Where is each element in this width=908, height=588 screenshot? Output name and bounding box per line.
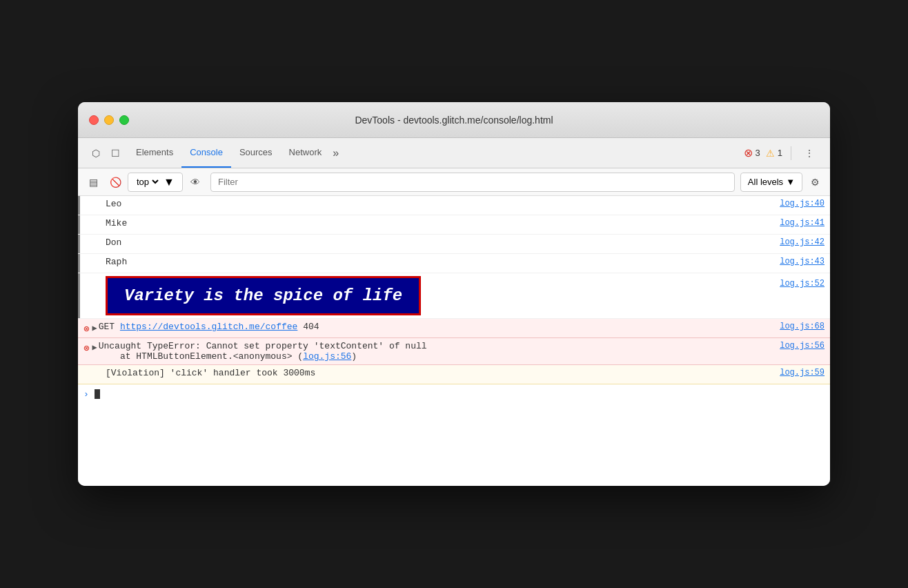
prompt-arrow-icon: › <box>83 389 89 400</box>
log-levels-button[interactable]: All levels ▼ <box>740 173 802 192</box>
error-source-get[interactable]: log.js:68 <box>780 322 825 331</box>
log-row-violation: [Violation] 'click' handler took 3000ms … <box>78 365 830 384</box>
tab-network-label: Network <box>289 147 322 157</box>
maximize-button[interactable] <box>119 115 129 125</box>
console-toolbar: ▤ 🚫 top ▼ 👁 All levels ▼ ⚙ <box>78 168 830 196</box>
prompt-row: › <box>78 384 830 404</box>
log-text-leo: Leo <box>106 199 774 209</box>
log-row-don: Don log.js:42 <box>78 235 830 254</box>
error-icon: ⊗ <box>744 146 753 159</box>
tab-sources-label: Sources <box>239 147 273 157</box>
row-indicator <box>78 215 80 234</box>
tab-elements[interactable]: Elements <box>128 138 181 168</box>
inspect-element-button[interactable]: ☐ <box>106 144 125 163</box>
select-arrow-icon: ▼ <box>164 176 175 188</box>
variety-text: Variety is the spice of life <box>124 286 402 305</box>
row-indicator <box>78 273 80 318</box>
warning-count: 1 <box>778 148 782 158</box>
context-selector[interactable]: top ▼ <box>128 173 183 192</box>
log-row-raph: Raph log.js:43 <box>78 254 830 273</box>
tab-console[interactable]: Console <box>181 138 231 168</box>
tab-controls-left: ⬡ ☐ <box>83 138 128 168</box>
error-source-typeerror[interactable]: log.js:56 <box>780 341 825 351</box>
expand-arrow-typeerror[interactable]: ▶ <box>92 342 97 353</box>
log-source-raph[interactable]: log.js:43 <box>780 257 825 266</box>
context-select[interactable]: top <box>134 176 161 188</box>
sidebar-toggle-button[interactable]: ▤ <box>83 173 103 192</box>
log-text-raph: Raph <box>106 257 774 267</box>
tab-sources[interactable]: Sources <box>231 138 281 168</box>
row-indicator <box>78 254 80 273</box>
log-source-leo[interactable]: log.js:40 <box>780 199 825 208</box>
error-icon-typeerror[interactable]: ⊗ <box>83 342 89 354</box>
traffic-lights <box>89 115 129 125</box>
filter-input[interactable] <box>210 173 735 192</box>
tab-console-label: Console <box>190 147 223 157</box>
row-indicator <box>78 196 80 215</box>
eye-button[interactable]: 👁 <box>186 173 205 192</box>
error-count: 3 <box>756 148 760 158</box>
log-source-mike[interactable]: log.js:41 <box>780 218 825 228</box>
log-source-don[interactable]: log.js:42 <box>780 237 825 247</box>
error-icon-get[interactable]: ⊗ <box>83 323 89 335</box>
log-row-variety: Variety is the spice of life log.js:52 <box>78 273 830 319</box>
log-row-leo: Leo log.js:40 <box>78 196 830 215</box>
error-text-typeerror: Uncaught TypeError: Cannot set property … <box>99 341 775 362</box>
window-title: DevTools - devtools.glitch.me/console/lo… <box>355 115 553 126</box>
log-text-mike: Mike <box>106 218 774 228</box>
tab-controls-right: ⊗ 3 ⚠ 1 ⋮ <box>738 138 825 168</box>
minimize-button[interactable] <box>104 115 114 125</box>
cursor-tool-button[interactable]: ⬡ <box>86 144 106 163</box>
close-button[interactable] <box>89 115 99 125</box>
violation-source[interactable]: log.js:59 <box>780 368 825 378</box>
warning-icon: ⚠ <box>766 148 775 159</box>
warning-badge: ⚠ 1 <box>766 148 782 159</box>
more-menu-button[interactable]: ⋮ <box>800 144 819 163</box>
divider <box>791 146 791 160</box>
log-text-don: Don <box>106 237 774 248</box>
prompt-cursor <box>95 389 100 399</box>
violation-text: [Violation] 'click' handler took 3000ms <box>106 368 774 378</box>
tab-network[interactable]: Network <box>281 138 330 168</box>
clear-console-button[interactable]: 🚫 <box>106 173 125 192</box>
titlebar: DevTools - devtools.glitch.me/console/lo… <box>78 102 830 138</box>
devtools-window: DevTools - devtools.glitch.me/console/lo… <box>78 102 830 486</box>
variety-source[interactable]: log.js:52 <box>780 276 825 288</box>
devtools-tab-bar: ⬡ ☐ Elements Console Sources Network » ⊗… <box>78 138 830 168</box>
error-link-get[interactable]: https://devtools.glitch.me/coffee <box>120 322 297 332</box>
log-levels-label: All levels <box>748 177 783 187</box>
log-row-mike: Mike log.js:41 <box>78 215 830 235</box>
error-badge: ⊗ 3 <box>744 146 760 159</box>
expand-arrow-get[interactable]: ▶ <box>92 323 97 333</box>
variety-box: Variety is the spice of life <box>106 276 421 315</box>
more-tabs-button[interactable]: » <box>330 138 342 168</box>
row-indicator <box>78 235 80 253</box>
log-row-error-get: ⊗ ▶ GET https://devtools.glitch.me/coffe… <box>78 319 830 338</box>
levels-arrow-icon: ▼ <box>786 177 795 187</box>
console-output: Leo log.js:40 Mike log.js:41 Don log.js:… <box>78 196 830 486</box>
error-text-get: GET https://devtools.glitch.me/coffee 40… <box>99 322 775 332</box>
log-row-error-typeerror: ⊗ ▶ Uncaught TypeError: Cannot set prope… <box>78 338 830 365</box>
error-link-typeerror[interactable]: log.js:56 <box>303 351 351 362</box>
tab-elements-label: Elements <box>136 147 173 157</box>
settings-button[interactable]: ⚙ <box>805 173 825 192</box>
